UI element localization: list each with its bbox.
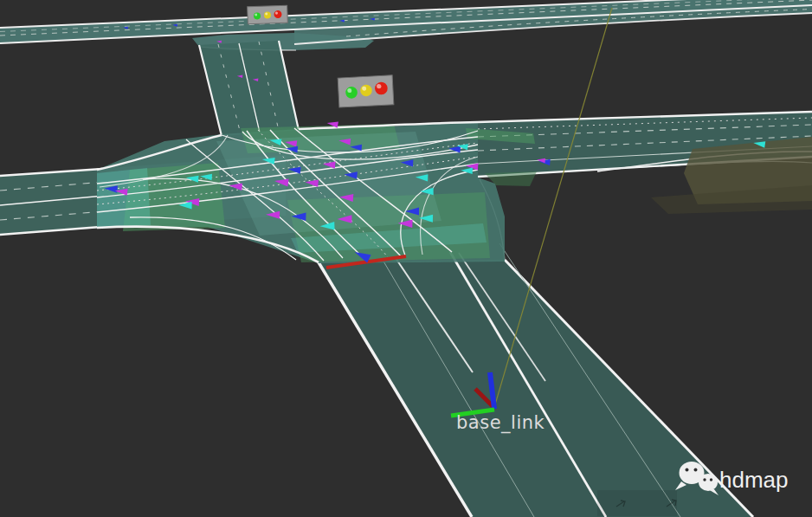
frame-label: base_link — [456, 412, 545, 434]
crosswalk-patch-cyan — [97, 168, 151, 229]
hdmap-scene[interactable]: base_link hdmap — [0, 0, 812, 517]
traffic-light-near — [338, 75, 394, 107]
wechat-eye — [710, 478, 712, 481]
watermark-text: hdmap — [719, 467, 789, 493]
faint-watermark — [597, 490, 677, 516]
viewport-3d[interactable]: base_link hdmap — [0, 0, 812, 517]
wechat-bubble-small — [699, 474, 718, 491]
wechat-eye — [694, 469, 698, 472]
wechat-eye — [686, 469, 689, 472]
traffic-light-far — [248, 5, 288, 24]
wechat-eye — [703, 478, 706, 481]
faint-watermark-box — [597, 490, 677, 516]
